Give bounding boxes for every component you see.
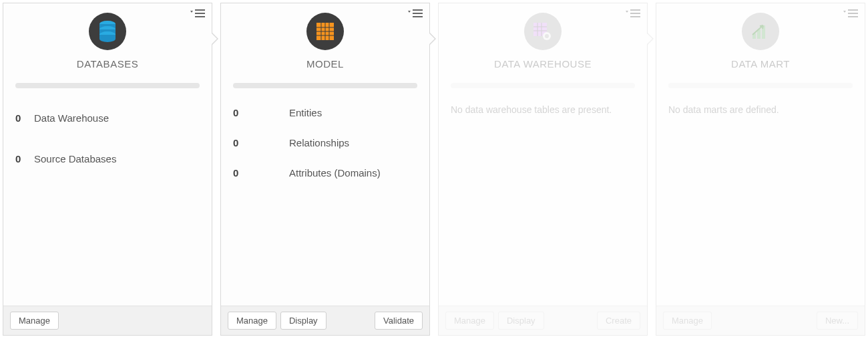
empty-message: No data warehouse tables are present. [451, 98, 635, 115]
card-menu-icon[interactable] [190, 9, 205, 18]
card-data-warehouse: DATA WAREHOUSE No data warehouse tables … [438, 3, 648, 336]
manage-button[interactable]: Manage [228, 312, 276, 330]
stat-count: 0 [233, 137, 252, 148]
stat-row-entities[interactable]: 0 Entities [233, 98, 417, 128]
card-title: DATA WAREHOUSE [445, 58, 640, 70]
svg-rect-7 [413, 13, 423, 14]
card-data-mart: DATA MART No data marts are defined. Man… [656, 3, 865, 336]
svg-rect-2 [195, 16, 205, 17]
stat-count: 0 [233, 107, 252, 118]
stat-label: Data Warehouse [34, 112, 200, 124]
display-button[interactable]: Display [280, 312, 327, 330]
card-menu-icon [626, 9, 640, 18]
stat-label: Source Databases [34, 153, 200, 164]
svg-point-25 [545, 34, 549, 38]
new-button: New... [817, 312, 858, 330]
warehouse-icon [524, 13, 562, 50]
stat-row-attributes[interactable]: 0 Attributes (Domains) [233, 158, 417, 188]
progress-bar [233, 83, 417, 88]
display-button: Display [498, 312, 544, 330]
progress-bar [15, 83, 200, 88]
manage-button: Manage [445, 312, 494, 330]
stat-count: 0 [233, 167, 252, 179]
stat-label: Entities [289, 107, 417, 118]
progress-bar [451, 83, 635, 88]
datamart-icon [742, 13, 779, 50]
card-title: DATA MART [663, 58, 858, 70]
database-icon [89, 13, 126, 50]
stat-count: 0 [15, 112, 34, 124]
svg-rect-1 [195, 13, 205, 14]
manage-button[interactable]: Manage [10, 312, 59, 330]
empty-message: No data marts are defined. [668, 98, 853, 115]
card-title: DATABASES [10, 58, 205, 70]
svg-rect-18 [630, 16, 640, 17]
stat-row-relationships[interactable]: 0 Relationships [233, 128, 417, 158]
svg-rect-26 [848, 9, 858, 11]
stat-label: Attributes (Domains) [289, 167, 417, 179]
svg-rect-0 [195, 9, 205, 11]
stat-row-source-databases[interactable]: 0 Source Databases [15, 138, 200, 179]
progress-bar [668, 83, 853, 88]
manage-button: Manage [663, 312, 712, 330]
card-menu-icon[interactable] [408, 9, 423, 18]
card-title: MODEL [228, 58, 423, 70]
svg-rect-16 [630, 9, 640, 11]
card-databases: DATABASES 0 Data Warehouse 0 Source Data… [3, 3, 212, 336]
svg-rect-6 [413, 9, 423, 11]
stat-label: Relationships [289, 137, 417, 148]
create-button: Create [597, 312, 640, 330]
svg-rect-27 [848, 13, 858, 14]
stat-count: 0 [15, 153, 34, 164]
card-model: MODEL 0 Entities 0 Relationships 0 Attri… [220, 3, 430, 336]
card-menu-icon [843, 9, 858, 18]
model-icon [306, 13, 344, 50]
stat-row-data-warehouse[interactable]: 0 Data Warehouse [15, 98, 200, 138]
validate-button[interactable]: Validate [375, 312, 423, 330]
svg-rect-28 [848, 16, 858, 17]
svg-rect-8 [413, 16, 423, 17]
svg-rect-17 [630, 13, 640, 14]
